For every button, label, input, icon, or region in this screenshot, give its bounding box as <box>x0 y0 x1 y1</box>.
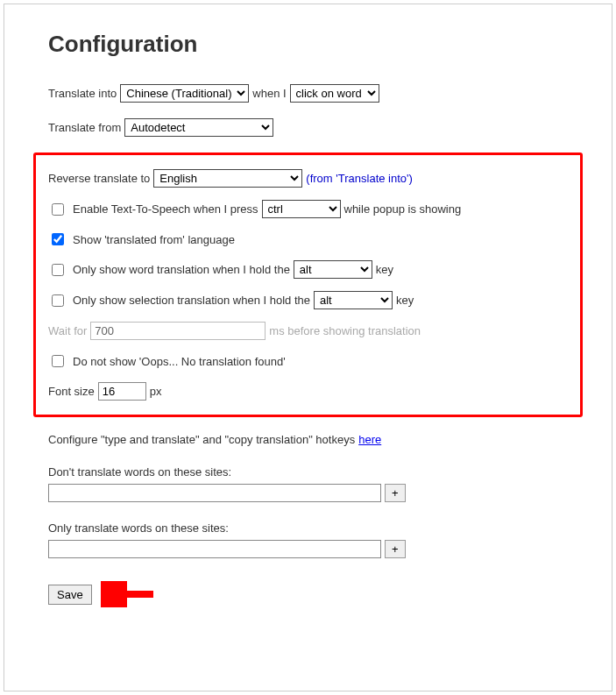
wait-input[interactable] <box>90 322 266 340</box>
hold-word-key-select[interactable]: alt <box>294 260 372 279</box>
show-from-checkbox[interactable] <box>52 233 64 245</box>
when-i-label: when I <box>252 87 286 100</box>
translate-from-label: Translate from <box>48 121 121 134</box>
oops-checkbox[interactable] <box>52 355 64 367</box>
translate-into-label: Translate into <box>48 87 117 100</box>
translate-from-row: Translate from Autodetect <box>48 118 568 137</box>
blocklist-input-row: + <box>48 484 568 502</box>
hold-word-row: Only show word translation when I hold t… <box>48 260 568 279</box>
tts-row: Enable Text-To-Speech when I press ctrl … <box>48 200 568 218</box>
tts-key-select[interactable]: ctrl <box>262 200 341 218</box>
blocklist-input[interactable] <box>48 484 381 502</box>
translate-into-row: Translate into Chinese (Traditional) whe… <box>48 84 568 103</box>
wait-row: Wait for ms before showing translation <box>48 322 568 340</box>
show-from-row: Show 'translated from' language <box>48 230 568 248</box>
blocklist-label: Don't translate words on these sites: <box>48 465 568 479</box>
hotkeys-link[interactable]: here <box>358 433 381 446</box>
allowlist-label: Only translate words on these sites: <box>48 521 568 535</box>
allowlist-input[interactable] <box>48 540 381 558</box>
wait-label-after: ms before showing translation <box>269 324 421 337</box>
allowlist-input-row: + <box>48 540 568 558</box>
font-size-row: Font size px <box>48 382 568 401</box>
reverse-translate-label: Reverse translate to <box>48 172 150 185</box>
hold-selection-key-select[interactable]: alt <box>314 291 393 309</box>
font-size-label-before: Font size <box>48 385 95 398</box>
translate-from-select[interactable]: Autodetect <box>124 118 273 137</box>
font-size-input[interactable] <box>98 382 146 401</box>
hold-word-label-before: Only show word translation when I hold t… <box>73 263 290 276</box>
font-size-label-after: px <box>150 385 162 398</box>
wait-label-before: Wait for <box>48 324 87 337</box>
hold-selection-checkbox[interactable] <box>52 294 64 307</box>
config-panel: Configuration Translate into Chinese (Tr… <box>4 4 612 691</box>
blocklist-add-button[interactable]: + <box>385 484 406 502</box>
trigger-select[interactable]: click on word <box>290 84 379 103</box>
arrow-icon <box>101 581 162 607</box>
hold-selection-label-after: key <box>396 294 414 307</box>
oops-row: Do not show 'Oops... No translation foun… <box>48 352 568 370</box>
show-from-label: Show 'translated from' language <box>73 233 235 246</box>
tts-label-after: while popup is showing <box>344 202 462 216</box>
reverse-translate-row: Reverse translate to English (from 'Tran… <box>48 169 568 188</box>
oops-label: Do not show 'Oops... No translation foun… <box>73 355 286 368</box>
reverse-translate-note: (from 'Translate into') <box>306 172 413 185</box>
hold-word-checkbox[interactable] <box>52 264 64 276</box>
save-row: Save <box>48 581 568 607</box>
highlighted-settings-box: Reverse translate to English (from 'Tran… <box>33 152 583 417</box>
translate-into-select[interactable]: Chinese (Traditional) <box>120 84 249 103</box>
hold-selection-label-before: Only show selection translation when I h… <box>73 294 310 307</box>
page-title: Configuration <box>48 31 568 58</box>
allowlist-add-button[interactable]: + <box>385 540 406 558</box>
hold-word-label-after: key <box>376 263 393 276</box>
hotkeys-row: Configure "type and translate" and "copy… <box>48 433 568 446</box>
save-button[interactable]: Save <box>48 585 92 605</box>
hotkeys-text: Configure "type and translate" and "copy… <box>48 433 355 446</box>
reverse-translate-select[interactable]: English <box>153 169 302 188</box>
tts-label-before: Enable Text-To-Speech when I press <box>73 202 258 216</box>
tts-checkbox[interactable] <box>52 203 64 216</box>
hold-selection-row: Only show selection translation when I h… <box>48 291 568 309</box>
